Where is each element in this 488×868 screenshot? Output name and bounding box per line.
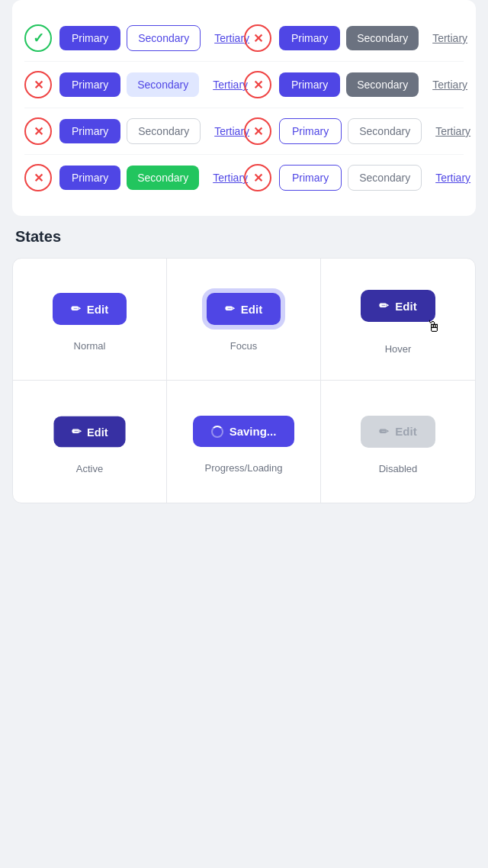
row1-left: ✓ Primary Secondary Tertiary xyxy=(24,24,244,52)
secondary-button-r4r[interactable]: Secondary xyxy=(348,165,422,191)
row2-right: ✕ Primary Secondary Tertiary xyxy=(244,71,464,98)
row3-left: ✕ Primary Secondary Tertiary xyxy=(24,117,244,145)
hover-label: Hover xyxy=(385,343,412,355)
cursor-icon: 🖱 xyxy=(426,318,441,336)
normal-edit-button[interactable]: ✏ Edit xyxy=(53,293,127,325)
x-icon-r4r: ✕ xyxy=(244,164,271,191)
states-title: States xyxy=(12,228,476,246)
pencil-icon-active: ✏ xyxy=(72,425,82,438)
secondary-button-r3l[interactable]: Secondary xyxy=(127,118,201,144)
pencil-icon-disabled: ✏ xyxy=(379,425,389,439)
disabled-button-label: Edit xyxy=(395,425,416,438)
x-icon-r4l: ✕ xyxy=(24,164,52,191)
x-icon-r3l: ✕ xyxy=(24,117,52,145)
x-icon-r1r: ✕ xyxy=(244,24,271,52)
primary-button-r1r[interactable]: Primary xyxy=(279,26,340,50)
pencil-icon-hover: ✏ xyxy=(379,299,389,313)
row4-right: ✕ Primary Secondary Tertiary xyxy=(244,164,464,191)
primary-button-r4l[interactable]: Primary xyxy=(59,166,120,190)
button-groups-card: ✓ Primary Secondary Tertiary ✕ Primary S… xyxy=(12,0,476,216)
state-cell-disabled: ✏ Edit Disabled xyxy=(321,381,475,503)
primary-button-r2l[interactable]: Primary xyxy=(59,72,120,97)
secondary-button-r2l[interactable]: Secondary xyxy=(127,72,199,97)
x-icon-r2r: ✕ xyxy=(244,71,271,98)
button-row-1: ✓ Primary Secondary Tertiary ✕ Primary S… xyxy=(24,15,464,61)
loading-label: Progress/Loading xyxy=(205,462,283,474)
primary-button-r4r[interactable]: Primary xyxy=(279,165,342,191)
secondary-button-r1r[interactable]: Secondary xyxy=(346,26,419,50)
row2-left: ✕ Primary Secondary Tertiary xyxy=(24,71,244,98)
state-cell-focus: ✏ Edit Focus xyxy=(167,259,321,381)
primary-button-r3l[interactable]: Primary xyxy=(59,119,120,143)
button-row-2: ✕ Primary Secondary Tertiary ✕ Primary S… xyxy=(24,61,464,108)
active-button-label: Edit xyxy=(87,425,108,437)
x-icon-r3r: ✕ xyxy=(244,117,271,145)
tertiary-button-r2r[interactable]: Tertiary xyxy=(425,72,475,97)
focus-edit-button[interactable]: ✏ Edit xyxy=(207,293,281,325)
focus-label: Focus xyxy=(230,340,257,352)
spinner-icon xyxy=(211,426,223,438)
state-cell-normal: ✏ Edit Normal xyxy=(13,259,167,381)
disabled-edit-button: ✏ Edit xyxy=(361,416,435,448)
secondary-button-r3r[interactable]: Secondary xyxy=(348,118,422,144)
loading-button-label: Saving... xyxy=(230,425,277,438)
hover-button-label: Edit xyxy=(395,300,416,313)
x-icon-r2l: ✕ xyxy=(24,71,52,98)
disabled-label: Disabled xyxy=(379,463,418,474)
normal-label: Normal xyxy=(74,340,106,352)
tertiary-button-r1r[interactable]: Tertiary xyxy=(425,26,475,50)
active-edit-button[interactable]: ✏ Edit xyxy=(53,416,125,447)
secondary-button-r2r[interactable]: Secondary xyxy=(346,72,419,97)
loading-edit-button[interactable]: Saving... xyxy=(193,416,295,447)
focus-button-label: Edit xyxy=(241,303,262,316)
states-grid: ✏ Edit Normal ✏ Edit Focus ✏ Edit 🖱 Hove… xyxy=(12,258,476,503)
states-section: States ✏ Edit Normal ✏ Edit Focus ✏ Edit xyxy=(12,228,476,503)
primary-button-r1l[interactable]: Primary xyxy=(59,26,120,50)
active-label: Active xyxy=(76,463,103,474)
check-icon: ✓ xyxy=(24,24,52,52)
state-cell-loading: Saving... Progress/Loading xyxy=(167,381,321,503)
secondary-button-r1l[interactable]: Secondary xyxy=(127,25,201,51)
button-row-4: ✕ Primary Secondary Tertiary ✕ Primary S… xyxy=(24,154,464,201)
row3-right: ✕ Primary Secondary Tertiary xyxy=(244,117,464,145)
state-cell-active: ✏ Edit Active xyxy=(13,381,167,503)
row1-right: ✕ Primary Secondary Tertiary xyxy=(244,24,464,52)
normal-button-label: Edit xyxy=(87,303,108,316)
state-cell-hover: ✏ Edit 🖱 Hover xyxy=(321,259,475,381)
secondary-button-r4l[interactable]: Secondary xyxy=(127,166,199,190)
hover-edit-button[interactable]: ✏ Edit xyxy=(361,290,435,322)
pencil-icon-focus: ✏ xyxy=(225,302,235,316)
primary-button-r3r[interactable]: Primary xyxy=(279,118,342,144)
primary-button-r2r[interactable]: Primary xyxy=(279,72,340,97)
pencil-icon-normal: ✏ xyxy=(71,302,81,316)
button-row-3: ✕ Primary Secondary Tertiary ✕ Primary S… xyxy=(24,108,464,154)
tertiary-button-r3r[interactable]: Tertiary xyxy=(428,119,478,143)
row4-left: ✕ Primary Secondary Tertiary xyxy=(24,164,244,191)
tertiary-button-r4r[interactable]: Tertiary xyxy=(428,166,478,190)
